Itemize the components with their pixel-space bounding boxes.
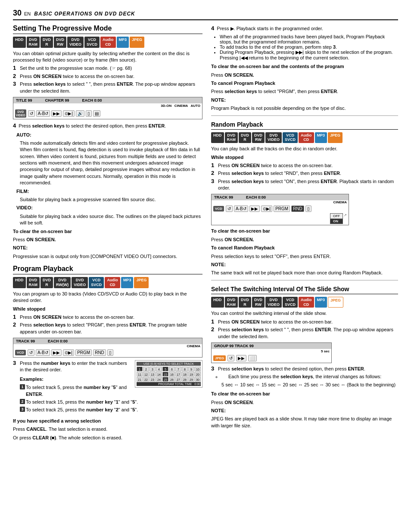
- program-step3-list: 3Press the number keys to enter the trac…: [13, 360, 202, 373]
- right-column: 4 Press ▶. Playback starts in the progra…: [211, 25, 398, 443]
- arrow-indicator: ↗: [344, 213, 347, 224]
- prog-badge-mp3: MP3: [121, 277, 134, 288]
- prog-cancel-head: To cancel Program Playback: [211, 81, 275, 86]
- ss-badge-jpeg: JPEG: [328, 297, 343, 308]
- progressive-step-1: 1Set the unit to the progressive scan mo…: [13, 65, 202, 72]
- rnd-bar-each: EACH 0:00: [246, 195, 266, 199]
- program-step3-section: USE [0-9] KEYS TO SELECT TRACK 123456789…: [13, 360, 202, 416]
- random-step-1: 1Press ON SCREEN twice to access the on-…: [211, 162, 398, 169]
- ss-bar-body: JPEG ↺ ▶▶ ⬜: [212, 354, 331, 363]
- rnd-clear-body: Press ON SCREEN.: [211, 236, 398, 243]
- progressive-step-3: 3Press selection keys to select " ", the…: [13, 81, 202, 94]
- video-body: Suitable for playing back a video source…: [20, 213, 202, 227]
- slideshow-badges: HDD DVDRAM DVDR DVDRW DVDVIDEO VCDSVCD A…: [211, 297, 398, 308]
- section-program: Program Playback HDD DVDRAM DVDR DVDRW(W…: [13, 265, 202, 441]
- ss-clear-bar: To clear the on-screen bar Press ON SCRE…: [211, 391, 398, 406]
- wrong-body2: Or press CLEAR (■). The whole selection …: [13, 435, 202, 441]
- progressive-note-head: NOTE:: [13, 245, 28, 250]
- ss-bar-group-track: GROUP 99 TRACK 99: [214, 344, 254, 348]
- rnd-note-body: The same track will not be played back m…: [211, 270, 398, 276]
- menu-icon: ▤: [93, 110, 100, 117]
- progressive-bar-options: 3D-ON CINEMA AUTO: [13, 103, 202, 108]
- 3d-on-label: 3D-ON CINEMA AUTO: [161, 104, 200, 108]
- random-intro: You can play back all the tracks on the …: [211, 146, 398, 152]
- badge-mp3: MP3: [117, 37, 129, 48]
- prog-prgm-btn[interactable]: PRGM: [75, 349, 92, 356]
- example-2: 2 To select track 15, press the number k…: [20, 399, 202, 405]
- film-body: Suitable for playing back a progressive …: [20, 196, 202, 203]
- play-icon: ⊙▶|: [63, 110, 75, 117]
- prog-repeat-icon: ↺: [28, 349, 34, 356]
- examples-list: 1 To select track 5, press the number ke…: [20, 384, 202, 414]
- program-step4-section: 4 Press ▶. Playback starts in the progra…: [211, 25, 398, 112]
- badge-vcd-svcd: VCDSVCD: [84, 37, 100, 48]
- ss-badge-dvd-ram: DVDRAM: [225, 297, 238, 308]
- rnd-badge-dvd-r: DVDR: [239, 132, 251, 143]
- ss-note-head: NOTE:: [211, 408, 226, 413]
- rnd-rnd-btn[interactable]: RND: [291, 205, 304, 212]
- rnd-cancel-head: To cancel Random Playback: [211, 245, 275, 250]
- ss-badge-dvd-rw: DVDRW: [252, 297, 265, 308]
- on-option[interactable]: ON: [330, 219, 342, 224]
- clear-bar-head: To clear the on-screen bar: [13, 229, 72, 234]
- program-intro: You can program up to 30 tracks (Video C…: [13, 291, 202, 304]
- cinema-label-rnd: CINEMA: [333, 200, 347, 204]
- badge-audio-cd: AudioCD: [100, 37, 116, 48]
- auto-label: AUTO:: [16, 132, 202, 138]
- auto-body: This mode automatically detects film and…: [20, 140, 202, 187]
- offon-selector[interactable]: OFF ON: [330, 213, 343, 224]
- ss-step-1: 1Press ON SCREEN twice to access the on-…: [211, 319, 398, 325]
- rnd-badge-hdd: HDD: [211, 132, 224, 143]
- ss-badge-audio: AudioCD: [299, 297, 314, 308]
- example-1: 1 To select track 5, press the number ke…: [20, 384, 202, 398]
- prog-display-icon: ▯: [107, 349, 113, 356]
- prog-note: NOTE: Program Playback is not possible d…: [211, 97, 398, 112]
- slideshow-intro: You can control the switching interval o…: [211, 310, 398, 317]
- en-label: EN: [24, 11, 31, 16]
- badge-dvd-ram: DVDRAM: [27, 37, 40, 48]
- ss-bullet-1: Each time you press the selection keys, …: [221, 373, 398, 380]
- ss-interval-icon[interactable]: ⬜: [248, 355, 257, 361]
- rnd-badge-mp3: MP3: [315, 132, 327, 143]
- program-bar-body: VCD ↺ A-B↺ ▶▶ ⊙▶| PRGM RND ▯: [13, 348, 202, 357]
- ss-badge-vcd: VCDSVCD: [283, 297, 298, 308]
- progressive-clear-bar: To clear the on-screen bar Press ON SCRE…: [13, 228, 202, 243]
- program-while-stopped: While stopped: [13, 306, 202, 312]
- ss-badge-dvd-video: DVDVIDEO: [265, 297, 282, 308]
- prog-rnd-btn[interactable]: RND: [93, 349, 106, 356]
- rnd-badge-audio: AudioCD: [299, 132, 314, 143]
- program-step4-intro: 4 Press ▶. Playback starts in the progra…: [211, 25, 398, 32]
- progressive-bar-body: DVDVIDEO ↺ A-B↺ ▶▶ ⊙▶| 🔊 ▯ ▤: [13, 108, 202, 119]
- rnd-badge-dvd-video: DVDVIDEO: [265, 132, 282, 143]
- random-while-stopped: While stopped: [211, 154, 398, 161]
- rnd-prgm-btn[interactable]: PRGM: [274, 205, 290, 212]
- progressive-step-2: 2Press ON SCREEN twice to access the on-…: [13, 73, 202, 80]
- dvd-video-badge: DVDVIDEO: [15, 109, 26, 118]
- vcd-badge-prog: VCD: [15, 350, 26, 355]
- prog-ab-icon: A-B↺: [36, 349, 50, 356]
- program-step-3: 3Press the number keys to enter the trac…: [13, 360, 202, 373]
- section-slideshow: Select The Switching Interval Of The Sli…: [211, 286, 398, 429]
- example-3: 3 To select track 25, press the number k…: [20, 407, 202, 413]
- offon-popup: OFF ON ↗: [212, 213, 349, 225]
- rnd-badge-dvd-rw: DVDRW: [252, 132, 265, 143]
- page-number: 30: [13, 9, 22, 18]
- bar-each: EACH 0:00: [82, 98, 102, 103]
- prog-badge-audio: AudioCD: [105, 277, 120, 288]
- rnd-play-icon: ⊙▶|: [261, 205, 273, 212]
- section-random-title: Random Playback: [211, 121, 398, 130]
- prog-note-body: Program Playback is not possible dependi…: [211, 105, 398, 112]
- random-bar-body: VCD ↺ A-B↺ ▶▶ ⊙▶| PRGM RND ▯: [212, 204, 349, 213]
- prog-play-icon: ⊙▶|: [63, 349, 75, 356]
- ss-skip-icon: ▶▶: [236, 355, 246, 361]
- rnd-badge-dvd-ram: DVDRAM: [225, 132, 238, 143]
- prog-cancel: To cancel Program Playback Press selecti…: [211, 80, 398, 95]
- wrong-body1: Press CANCEL. The last selection is eras…: [13, 426, 202, 432]
- program-step-1: 1Press ON SCREEN twice to access the on-…: [13, 314, 202, 320]
- progressive-bar-header: TITLE 99 CHAPTER 99 EACH 0:00: [13, 97, 202, 103]
- display-icon: ▯: [86, 110, 92, 117]
- off-option[interactable]: OFF: [330, 214, 342, 219]
- section-program-title: Program Playback: [13, 265, 202, 274]
- random-steps: 1Press ON SCREEN twice to access the on-…: [211, 162, 398, 192]
- prog-badge-vcd: VCDSVCD: [89, 277, 104, 288]
